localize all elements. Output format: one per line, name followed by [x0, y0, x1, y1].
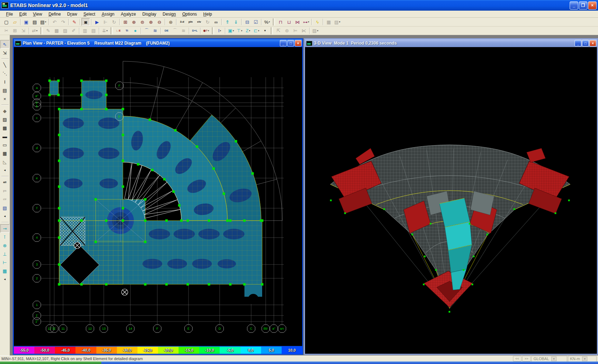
column-display-button-2[interactable]: ▤ [89, 27, 98, 35]
plan-minimize-button[interactable]: _ [280, 40, 287, 46]
set-display-units-button[interactable]: %▾ [263, 18, 271, 26]
column-display-button-1[interactable]: ▥ [81, 27, 89, 35]
plan-view-canvas[interactable]: aa''b'bcdef43211'1''11''11'11121314FEDCB… [14, 47, 300, 345]
zoom-in-button[interactable]: ⊕ [147, 18, 155, 26]
show-area-button[interactable]: ● [131, 27, 140, 35]
detailing-button-2[interactable]: ⊜ [283, 27, 291, 35]
reshape-object-button[interactable]: ⇲ [0, 49, 10, 57]
draw-line-area-button[interactable]: ▬ [0, 132, 10, 141]
composite-beam-design-button[interactable]: ⊤▾ [235, 27, 244, 35]
menu-define[interactable]: Define [45, 11, 64, 17]
view3d-minimize-button[interactable]: _ [575, 40, 581, 46]
edit-tool-button-1[interactable]: ✎ [44, 27, 52, 35]
show-undeformed-button[interactable]: ∟E [114, 27, 123, 35]
units-next-button[interactable]: >> [522, 356, 531, 362]
edit-tool-button-2[interactable]: ▩ [52, 27, 61, 35]
select-previous-button[interactable]: ps [0, 187, 10, 195]
query-button[interactable]: ◉?▾ [202, 27, 210, 35]
show-labels-button[interactable]: TI [123, 27, 131, 35]
view3d-maximize-button[interactable]: □ [582, 40, 589, 46]
menu-design[interactable]: Design [159, 11, 179, 17]
invisible-grid-button[interactable]: ▧ [0, 204, 10, 212]
lock-model-button[interactable]: ◙ [81, 18, 90, 26]
member-force-diagram-button[interactable]: ≋ [151, 27, 159, 35]
edit-tool-button-4[interactable]: ✐ [69, 27, 78, 35]
show-last-run-button[interactable]: ↻ [110, 18, 118, 26]
print-button[interactable]: ▤ [30, 18, 39, 26]
move-down-in-list-button[interactable]: ⇓ [232, 18, 240, 26]
transform-button[interactable]: ⇄▾ [30, 27, 39, 35]
view-plan-button[interactable]: pln [186, 18, 195, 26]
close-button[interactable]: × [588, 1, 597, 10]
object-view-options-button[interactable]: ☑ [252, 18, 260, 26]
paste-button[interactable]: ⇲ [19, 27, 28, 35]
restore-full-view-button[interactable]: ⊕ [130, 18, 138, 26]
edit-tool-button-3[interactable]: ▨ [61, 27, 69, 35]
view-3d-canvas[interactable] [305, 47, 595, 352]
frame-props-button-2[interactable]: ⊔ [285, 18, 293, 26]
snap-to-midpoints-button[interactable]: ⊺ [0, 233, 10, 241]
clear-selection-button[interactable]: clr [0, 195, 10, 204]
view3d-close-button[interactable]: × [589, 40, 596, 46]
restore-button[interactable]: ❐ [579, 1, 587, 10]
menu-help[interactable]: Help [200, 11, 215, 17]
zoom-out-button[interactable]: ⊖ [155, 18, 164, 26]
scroll-left-button-1[interactable]: ◂ [0, 166, 10, 175]
rubber-band-zoom-button[interactable]: ⊞ [121, 18, 130, 26]
deformed-shape-button[interactable]: ⌒ [142, 27, 151, 35]
scroll-left-button-3[interactable]: ◂ [0, 275, 10, 284]
menu-analyze[interactable]: Analyze [118, 11, 139, 17]
draw-floor-area-button[interactable]: ▦ [0, 149, 10, 158]
minimize-button[interactable]: _ [570, 1, 578, 10]
menu-display[interactable]: Display [139, 11, 159, 17]
menu-edit[interactable]: Edit [16, 11, 30, 17]
replicate-button[interactable]: ⊞ [11, 27, 19, 35]
units-prev-button[interactable]: << [513, 356, 521, 362]
design-button-1[interactable]: ▦ [325, 18, 333, 26]
snap-to-intersections-button[interactable]: ⊗ [0, 241, 10, 250]
plan-close-button[interactable]: × [295, 40, 301, 46]
draw-line-button[interactable]: ╲ [0, 61, 10, 69]
view-3d-titlebar[interactable]: 3-D View Mode 1 Period 0,2306 seconds _ … [305, 39, 597, 47]
os-taskbar-start[interactable] [0, 362, 101, 364]
plan-window-titlebar[interactable]: Plan View - PARTER - Elevation 5 Resulta… [14, 39, 302, 47]
menu-file[interactable]: File [3, 11, 16, 17]
run-button[interactable]: ▶ [93, 18, 101, 26]
menu-select[interactable]: Select [80, 11, 98, 17]
load-case-de-button[interactable]: DE [162, 27, 171, 35]
menu-view[interactable]: View [30, 11, 45, 17]
draw-secondary-beams-button[interactable]: ▤ [0, 86, 10, 95]
detailing-button-5[interactable]: ▨▾ [311, 27, 320, 35]
draw-wall-button[interactable]: ▭ [0, 141, 10, 149]
snap-to-lines-button[interactable]: ⊢ [0, 258, 10, 267]
redo-button[interactable]: ↷ [59, 18, 67, 26]
view-3d-button[interactable]: 3-d [178, 18, 186, 26]
new-model-button[interactable]: ▢ [2, 18, 11, 26]
snap-to-perpendicular-button[interactable]: ⊥ [0, 250, 10, 258]
run-minimized-button[interactable]: ⊩ [101, 18, 110, 26]
select-all-button[interactable]: all [0, 178, 10, 187]
draw-triangle-area-button[interactable]: ◺ [0, 158, 10, 166]
view-elevation-button[interactable]: elv [195, 18, 203, 26]
undo-button[interactable]: ↶ [50, 18, 59, 26]
edit-pencil-button[interactable]: ✎ [70, 18, 79, 26]
select-pointer-button[interactable]: ⇖ [0, 40, 10, 49]
menu-options[interactable]: Options [179, 11, 200, 17]
save-model-button[interactable]: ▣ [22, 18, 30, 26]
rotate-3d-view-button[interactable]: ↻ [203, 18, 212, 26]
draw-beam-in-region-button[interactable]: I [0, 78, 10, 86]
frame-props-button-3[interactable]: ⋈ [293, 18, 302, 26]
member-force-2-button[interactable]: ≋ [179, 27, 188, 35]
design-button-2[interactable]: ▨▾ [333, 18, 342, 26]
draw-area-button[interactable]: ◆ [0, 107, 10, 115]
menu-draw[interactable]: Draw [64, 11, 80, 17]
coordinate-system-select[interactable]: GLOBAL ▼ [531, 356, 567, 362]
concrete-slab-design-button[interactable]: ▣▾ [227, 27, 235, 35]
previous-zoom-button[interactable]: ⊜ [138, 18, 147, 26]
move-up-in-list-button[interactable]: ⇑ [223, 18, 232, 26]
pan-button[interactable]: ⊛ [167, 18, 175, 26]
detailing-button-3[interactable]: ⊨ [291, 27, 300, 35]
shrink-objects-button[interactable]: ⊟ [243, 18, 252, 26]
draw-braces-button[interactable]: × [0, 95, 10, 103]
steel-joist-design-button[interactable]: Z▾ [244, 27, 252, 35]
